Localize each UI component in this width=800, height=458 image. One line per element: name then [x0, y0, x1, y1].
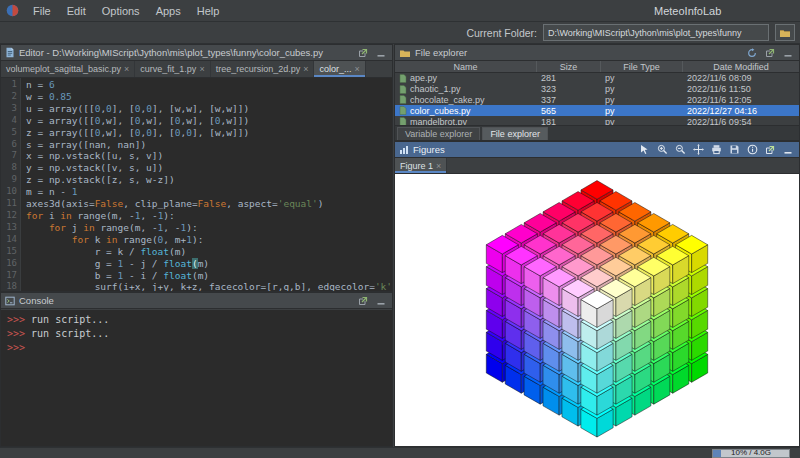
code-line: b = 1 - i / float(m) — [26, 270, 392, 282]
menu-edit[interactable]: Edit — [59, 3, 94, 19]
file-size-cell: 281 — [537, 73, 601, 84]
column-header-size[interactable]: Size — [537, 61, 601, 72]
editor-tab-label: tree_recursion_2d.py — [216, 64, 301, 74]
code-token: in — [106, 234, 117, 245]
tab-file-explorer[interactable]: File explorer — [482, 127, 548, 140]
minimize-panel-icon[interactable] — [781, 143, 795, 156]
code-token: 'equal' — [278, 198, 318, 209]
tab-close-icon[interactable]: × — [436, 161, 441, 171]
console-icon — [5, 296, 15, 306]
current-folder-input[interactable] — [543, 24, 769, 41]
code-token: False — [198, 198, 227, 209]
code-line: s = array([nan, nan]) — [26, 139, 392, 151]
console-input-area[interactable]: >>> run script...>>> run script...>>> — [1, 310, 392, 446]
folder-bar: Current Folder: — [0, 22, 800, 44]
tab-variable-explorer[interactable]: Variable explorer — [397, 127, 480, 140]
file-row[interactable]: color_cubes.py565py2022/12/27 04:16 — [395, 105, 799, 116]
float-panel-icon[interactable] — [356, 46, 370, 59]
column-header-date-modified[interactable]: Date Modified — [683, 61, 799, 72]
editor-tab-color[interactable]: color_...× — [314, 61, 365, 77]
py-file-icon — [399, 74, 407, 83]
menu-help[interactable]: Help — [189, 3, 228, 19]
file-row[interactable]: chocolate_cake.py337py2022/11/6 12:05 — [395, 95, 799, 106]
refresh-icon[interactable] — [745, 46, 759, 59]
code-token: for — [72, 234, 89, 245]
code-editor[interactable]: 123456789101112131415161718 n = 6w = 0.8… — [1, 78, 392, 291]
menu-options[interactable]: Options — [94, 3, 148, 19]
code-token: ,w], [ — [140, 115, 174, 126]
figure-tabbar: Figure 1 × — [395, 158, 799, 174]
file-name: ape.py — [410, 73, 437, 83]
menu-apps[interactable]: Apps — [148, 3, 189, 19]
save-icon[interactable] — [727, 143, 741, 156]
code-token: n = — [26, 79, 49, 90]
editor-tab-tree-recursion-2d-py[interactable]: tree_recursion_2d.py× — [211, 61, 315, 77]
code-token: surf(i+x, j+y, k+z, facecolor=[r,g,b], e… — [26, 281, 375, 291]
file-row[interactable]: ape.py281py2022/11/6 08:09 — [395, 73, 799, 84]
minimize-panel-icon[interactable] — [781, 46, 795, 59]
app-logo-icon — [6, 4, 19, 17]
line-number: 14 — [1, 234, 17, 246]
float-panel-icon[interactable] — [763, 143, 777, 156]
code-line: surf(i+x, j+y, k+z, facecolor=[r,g,b], e… — [26, 281, 392, 291]
code-line: z = array([[0,w], [0,0], [0,0], [w,w]]) — [26, 127, 392, 139]
line-number-gutter: 123456789101112131415161718 — [1, 78, 21, 291]
code-line: x = np.vstack([u, s, v]) — [26, 150, 392, 162]
editor-tab-volumeplot-sagittal-basic-py[interactable]: volumeplot_sagittal_basic.py× — [1, 61, 135, 77]
folder-icon — [399, 48, 411, 58]
figure-tab-label: Figure 1 — [400, 161, 433, 171]
float-panel-icon[interactable] — [356, 294, 370, 307]
code-token: , aspect= — [226, 198, 277, 209]
code-line: n = 6 — [26, 79, 392, 91]
code-token: ): — [186, 222, 197, 233]
code-token: for — [49, 222, 66, 233]
menu-file[interactable]: File — [25, 3, 59, 19]
editor-tab-curve-fit-1-py[interactable]: curve_fit_1.py× — [135, 61, 210, 77]
figure-canvas[interactable] — [395, 174, 799, 446]
file-modified-cell: 2022/11/6 08:09 — [683, 73, 799, 84]
file-type-cell: py — [601, 73, 683, 84]
float-panel-icon[interactable] — [763, 46, 777, 59]
code-token: 6 — [49, 79, 55, 90]
file-table-header: NameSizeFile TypeDate Modified — [395, 61, 799, 73]
print-icon[interactable] — [709, 143, 723, 156]
figures-panel-header: Figures — [395, 142, 799, 158]
py-file-icon — [399, 117, 407, 125]
minimize-panel-icon[interactable] — [374, 46, 388, 59]
zoom-in-icon[interactable] — [655, 143, 669, 156]
tab-close-icon[interactable]: × — [354, 64, 359, 74]
zoom-out-icon[interactable] — [673, 143, 687, 156]
code-token: float — [163, 258, 192, 269]
tab-close-icon[interactable]: × — [303, 64, 308, 74]
code-token: ,w], [ — [181, 115, 215, 126]
editor-tab-label: color_... — [319, 64, 351, 74]
tab-close-icon[interactable]: × — [124, 64, 129, 74]
file-explorer-header: File explorer — [395, 45, 799, 61]
browse-folder-button[interactable] — [775, 24, 795, 41]
tab-close-icon[interactable]: × — [199, 64, 204, 74]
column-header-file-type[interactable]: File Type — [601, 61, 683, 72]
code-token: (m) — [169, 246, 186, 257]
info-icon[interactable] — [745, 143, 759, 156]
select-cursor-icon[interactable] — [637, 143, 651, 156]
py-file-icon — [399, 85, 407, 94]
pan-icon[interactable] — [691, 143, 705, 156]
column-header-name[interactable]: Name — [395, 61, 537, 72]
file-name: color_cubes.py — [410, 106, 471, 116]
code-token: ], [w,w], [w,w]]) — [152, 103, 249, 114]
code-token: range(m, - — [95, 222, 158, 233]
minimize-panel-icon[interactable] — [374, 294, 388, 307]
console-prompt: >>> — [7, 314, 25, 325]
explorer-tabbar: Variable explorerFile explorer — [395, 125, 799, 140]
line-number: 16 — [1, 258, 17, 270]
file-row[interactable]: mandelbrot.py181py2022/11/6 09:54 — [395, 116, 799, 125]
editor-panel: Editor - D:\Working\MIScript\Jython\mis\… — [0, 44, 393, 292]
file-modified-cell: 2022/12/27 04:16 — [683, 105, 799, 116]
code-token: z = np.vstack([z, s, w-z]) — [26, 174, 175, 185]
editor-tab-label: volumeplot_sagittal_basic.py — [6, 64, 121, 74]
line-number: 10 — [1, 186, 17, 198]
figure-tab[interactable]: Figure 1 × — [395, 158, 447, 173]
file-row[interactable]: chaotic_1.py323py2022/11/6 11:50 — [395, 84, 799, 95]
console-panel: Console >>> run script...>>> run script.… — [0, 292, 393, 447]
color-cubes-plot — [395, 174, 799, 446]
